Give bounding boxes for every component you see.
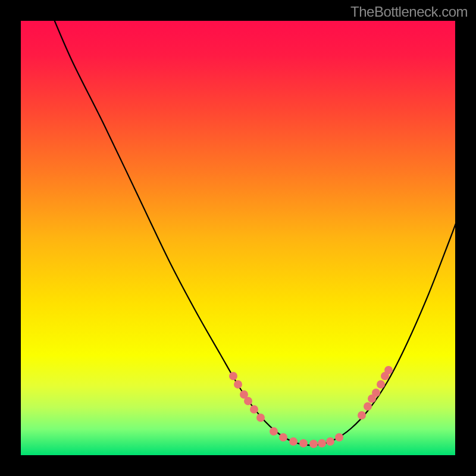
data-point — [256, 414, 265, 422]
data-point — [318, 439, 326, 447]
data-point — [377, 380, 385, 389]
data-point — [372, 389, 380, 397]
data-point — [299, 439, 308, 447]
data-point — [270, 427, 278, 436]
data-point — [364, 402, 372, 411]
chart-container: TheBottleneck.com — [0, 0, 476, 476]
chart-svg — [0, 0, 476, 476]
data-point — [358, 411, 366, 419]
data-point — [279, 433, 287, 441]
data-point — [384, 366, 393, 374]
data-point — [229, 372, 237, 380]
data-point — [234, 380, 242, 389]
data-point — [289, 437, 298, 446]
data-point — [250, 405, 258, 414]
data-point — [326, 437, 334, 446]
plot-background — [21, 21, 455, 455]
data-point — [309, 440, 318, 448]
watermark-text: TheBottleneck.com — [350, 4, 468, 20]
data-point — [244, 397, 252, 405]
data-point — [335, 433, 343, 441]
